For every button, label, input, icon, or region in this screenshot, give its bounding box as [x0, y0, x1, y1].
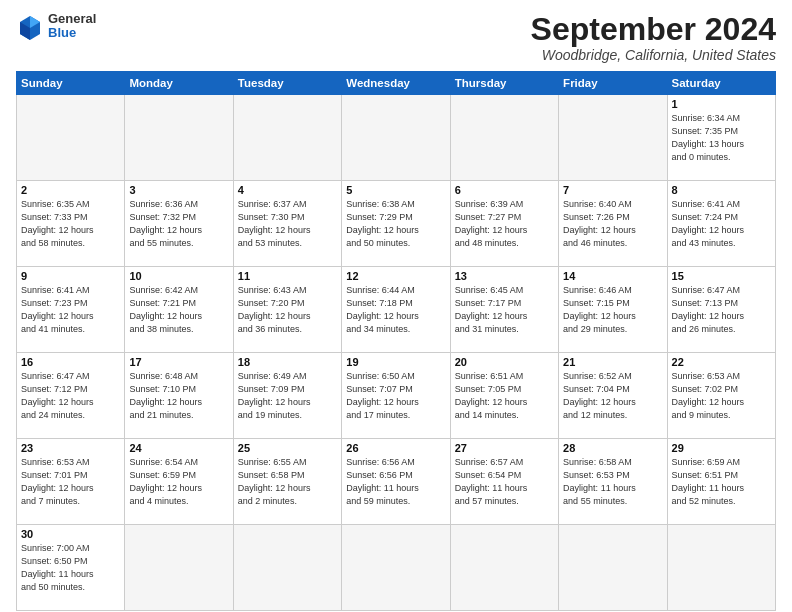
calendar-cell: 30Sunrise: 7:00 AMSunset: 6:50 PMDayligh…	[17, 525, 125, 611]
day-detail: Sunrise: 6:41 AMSunset: 7:23 PMDaylight:…	[21, 284, 120, 336]
day-detail: Sunrise: 6:43 AMSunset: 7:20 PMDaylight:…	[238, 284, 337, 336]
day-detail: Sunrise: 6:59 AMSunset: 6:51 PMDaylight:…	[672, 456, 771, 508]
logo-general: General	[48, 12, 96, 26]
calendar-cell	[233, 525, 341, 611]
day-number: 13	[455, 270, 554, 282]
day-number: 15	[672, 270, 771, 282]
calendar-cell: 29Sunrise: 6:59 AMSunset: 6:51 PMDayligh…	[667, 439, 775, 525]
day-number: 29	[672, 442, 771, 454]
calendar-cell: 20Sunrise: 6:51 AMSunset: 7:05 PMDayligh…	[450, 353, 558, 439]
day-detail: Sunrise: 6:49 AMSunset: 7:09 PMDaylight:…	[238, 370, 337, 422]
day-number: 4	[238, 184, 337, 196]
day-detail: Sunrise: 7:00 AMSunset: 6:50 PMDaylight:…	[21, 542, 120, 594]
calendar-header-friday: Friday	[559, 72, 667, 95]
month-title: September 2024	[531, 12, 776, 47]
calendar-cell: 13Sunrise: 6:45 AMSunset: 7:17 PMDayligh…	[450, 267, 558, 353]
day-detail: Sunrise: 6:42 AMSunset: 7:21 PMDaylight:…	[129, 284, 228, 336]
day-detail: Sunrise: 6:47 AMSunset: 7:13 PMDaylight:…	[672, 284, 771, 336]
day-number: 23	[21, 442, 120, 454]
logo-blue: Blue	[48, 26, 96, 40]
day-number: 14	[563, 270, 662, 282]
day-number: 5	[346, 184, 445, 196]
day-number: 16	[21, 356, 120, 368]
location: Woodbridge, California, United States	[531, 47, 776, 63]
calendar-cell: 25Sunrise: 6:55 AMSunset: 6:58 PMDayligh…	[233, 439, 341, 525]
calendar-cell	[450, 95, 558, 181]
day-detail: Sunrise: 6:50 AMSunset: 7:07 PMDaylight:…	[346, 370, 445, 422]
calendar-cell: 11Sunrise: 6:43 AMSunset: 7:20 PMDayligh…	[233, 267, 341, 353]
day-number: 3	[129, 184, 228, 196]
calendar-header-row: SundayMondayTuesdayWednesdayThursdayFrid…	[17, 72, 776, 95]
day-number: 28	[563, 442, 662, 454]
day-detail: Sunrise: 6:41 AMSunset: 7:24 PMDaylight:…	[672, 198, 771, 250]
calendar-cell: 2Sunrise: 6:35 AMSunset: 7:33 PMDaylight…	[17, 181, 125, 267]
day-number: 20	[455, 356, 554, 368]
week-row-5: 30Sunrise: 7:00 AMSunset: 6:50 PMDayligh…	[17, 525, 776, 611]
day-number: 12	[346, 270, 445, 282]
logo: General Blue	[16, 12, 96, 41]
day-detail: Sunrise: 6:56 AMSunset: 6:56 PMDaylight:…	[346, 456, 445, 508]
day-detail: Sunrise: 6:52 AMSunset: 7:04 PMDaylight:…	[563, 370, 662, 422]
calendar-cell: 8Sunrise: 6:41 AMSunset: 7:24 PMDaylight…	[667, 181, 775, 267]
header: General Blue September 2024 Woodbridge, …	[16, 12, 776, 63]
page: General Blue September 2024 Woodbridge, …	[0, 0, 792, 612]
day-number: 21	[563, 356, 662, 368]
calendar-cell: 28Sunrise: 6:58 AMSunset: 6:53 PMDayligh…	[559, 439, 667, 525]
calendar-cell: 10Sunrise: 6:42 AMSunset: 7:21 PMDayligh…	[125, 267, 233, 353]
calendar-cell: 16Sunrise: 6:47 AMSunset: 7:12 PMDayligh…	[17, 353, 125, 439]
week-row-1: 2Sunrise: 6:35 AMSunset: 7:33 PMDaylight…	[17, 181, 776, 267]
calendar-header-sunday: Sunday	[17, 72, 125, 95]
day-number: 9	[21, 270, 120, 282]
day-detail: Sunrise: 6:46 AMSunset: 7:15 PMDaylight:…	[563, 284, 662, 336]
calendar-header-tuesday: Tuesday	[233, 72, 341, 95]
day-detail: Sunrise: 6:53 AMSunset: 7:02 PMDaylight:…	[672, 370, 771, 422]
day-number: 1	[672, 98, 771, 110]
calendar-cell	[125, 95, 233, 181]
calendar-cell: 18Sunrise: 6:49 AMSunset: 7:09 PMDayligh…	[233, 353, 341, 439]
calendar-cell: 17Sunrise: 6:48 AMSunset: 7:10 PMDayligh…	[125, 353, 233, 439]
day-detail: Sunrise: 6:40 AMSunset: 7:26 PMDaylight:…	[563, 198, 662, 250]
day-detail: Sunrise: 6:36 AMSunset: 7:32 PMDaylight:…	[129, 198, 228, 250]
calendar-cell: 24Sunrise: 6:54 AMSunset: 6:59 PMDayligh…	[125, 439, 233, 525]
day-number: 10	[129, 270, 228, 282]
day-detail: Sunrise: 6:44 AMSunset: 7:18 PMDaylight:…	[346, 284, 445, 336]
calendar-header-saturday: Saturday	[667, 72, 775, 95]
calendar-cell	[667, 525, 775, 611]
week-row-0: 1Sunrise: 6:34 AMSunset: 7:35 PMDaylight…	[17, 95, 776, 181]
calendar-cell: 5Sunrise: 6:38 AMSunset: 7:29 PMDaylight…	[342, 181, 450, 267]
day-detail: Sunrise: 6:57 AMSunset: 6:54 PMDaylight:…	[455, 456, 554, 508]
day-number: 18	[238, 356, 337, 368]
day-number: 6	[455, 184, 554, 196]
day-detail: Sunrise: 6:48 AMSunset: 7:10 PMDaylight:…	[129, 370, 228, 422]
day-detail: Sunrise: 6:35 AMSunset: 7:33 PMDaylight:…	[21, 198, 120, 250]
calendar-cell	[559, 95, 667, 181]
day-detail: Sunrise: 6:38 AMSunset: 7:29 PMDaylight:…	[346, 198, 445, 250]
day-number: 24	[129, 442, 228, 454]
week-row-4: 23Sunrise: 6:53 AMSunset: 7:01 PMDayligh…	[17, 439, 776, 525]
week-row-3: 16Sunrise: 6:47 AMSunset: 7:12 PMDayligh…	[17, 353, 776, 439]
calendar-cell	[342, 95, 450, 181]
calendar-cell: 22Sunrise: 6:53 AMSunset: 7:02 PMDayligh…	[667, 353, 775, 439]
calendar-cell: 23Sunrise: 6:53 AMSunset: 7:01 PMDayligh…	[17, 439, 125, 525]
calendar-header-thursday: Thursday	[450, 72, 558, 95]
day-number: 22	[672, 356, 771, 368]
day-detail: Sunrise: 6:39 AMSunset: 7:27 PMDaylight:…	[455, 198, 554, 250]
calendar-cell: 1Sunrise: 6:34 AMSunset: 7:35 PMDaylight…	[667, 95, 775, 181]
calendar-cell: 15Sunrise: 6:47 AMSunset: 7:13 PMDayligh…	[667, 267, 775, 353]
day-number: 30	[21, 528, 120, 540]
day-detail: Sunrise: 6:45 AMSunset: 7:17 PMDaylight:…	[455, 284, 554, 336]
calendar-cell: 9Sunrise: 6:41 AMSunset: 7:23 PMDaylight…	[17, 267, 125, 353]
calendar-cell	[17, 95, 125, 181]
calendar-cell: 3Sunrise: 6:36 AMSunset: 7:32 PMDaylight…	[125, 181, 233, 267]
day-detail: Sunrise: 6:51 AMSunset: 7:05 PMDaylight:…	[455, 370, 554, 422]
calendar-table: SundayMondayTuesdayWednesdayThursdayFrid…	[16, 71, 776, 611]
day-detail: Sunrise: 6:55 AMSunset: 6:58 PMDaylight:…	[238, 456, 337, 508]
calendar-cell: 7Sunrise: 6:40 AMSunset: 7:26 PMDaylight…	[559, 181, 667, 267]
day-number: 19	[346, 356, 445, 368]
day-number: 26	[346, 442, 445, 454]
day-detail: Sunrise: 6:54 AMSunset: 6:59 PMDaylight:…	[129, 456, 228, 508]
calendar-cell: 4Sunrise: 6:37 AMSunset: 7:30 PMDaylight…	[233, 181, 341, 267]
calendar-cell	[450, 525, 558, 611]
day-detail: Sunrise: 6:53 AMSunset: 7:01 PMDaylight:…	[21, 456, 120, 508]
calendar-cell: 19Sunrise: 6:50 AMSunset: 7:07 PMDayligh…	[342, 353, 450, 439]
